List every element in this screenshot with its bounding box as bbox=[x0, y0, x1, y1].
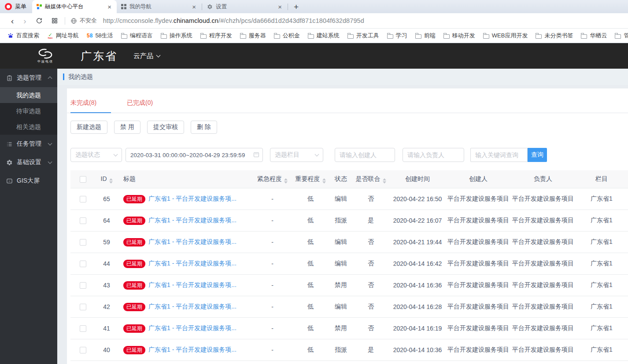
sidebar-subitem[interactable]: 我的选题 bbox=[0, 87, 57, 103]
row-checkbox[interactable] bbox=[80, 325, 86, 332]
topic-title-link[interactable]: 广东省1 - 平台开发建设服务项... bbox=[148, 303, 236, 311]
tab-finished[interactable]: 已完成(0) bbox=[127, 99, 167, 113]
bookmark-label: 开发工具 bbox=[356, 32, 379, 40]
row-checkbox[interactable] bbox=[80, 261, 86, 267]
overdue-badge: 已延期 bbox=[123, 346, 145, 354]
new-tab-button[interactable]: + bbox=[288, 3, 304, 11]
creator-input[interactable] bbox=[335, 148, 395, 162]
tab-unfinished[interactable]: 未完成(8) bbox=[70, 99, 111, 113]
tab-close-icon[interactable]: × bbox=[191, 3, 197, 11]
bookmark-item[interactable]: 编程语言 bbox=[117, 30, 157, 41]
category-select[interactable]: 选题栏目 bbox=[270, 148, 323, 162]
bookmark-item[interactable]: 公积金 bbox=[270, 30, 304, 41]
sidebar-group[interactable]: 选题管理 bbox=[0, 69, 57, 87]
back-icon[interactable]: ‹ bbox=[6, 17, 18, 25]
reload-icon[interactable] bbox=[31, 17, 47, 24]
row-id: 64 bbox=[95, 210, 118, 232]
sidebar-group-label: 基础设置 bbox=[17, 158, 41, 166]
sort-icon[interactable] bbox=[109, 178, 113, 184]
topic-title-link[interactable]: 广东省1 - 平台开发建设服务项... bbox=[148, 260, 236, 268]
bookmark-item[interactable]: 程序开发 bbox=[196, 30, 236, 41]
browser-tab[interactable]: 设置× bbox=[203, 0, 287, 13]
bookmark-item[interactable]: ✓hao网址导航 bbox=[43, 30, 83, 41]
toolbar-button[interactable]: 新建选题 bbox=[70, 121, 107, 134]
overdue-badge: 已延期 bbox=[123, 195, 145, 203]
topic-title-link[interactable]: 广东省1 - 平台开发建设服务项... bbox=[148, 346, 236, 354]
topic-title-link[interactable]: 广东省1 - 平台开发建设服务项... bbox=[148, 217, 236, 224]
row-checkbox-cell bbox=[70, 232, 95, 253]
toolbar-button[interactable]: 删 除 bbox=[191, 121, 217, 134]
bookmark-item[interactable]: 管理和监控 bbox=[611, 30, 628, 41]
row-checkbox[interactable] bbox=[80, 196, 86, 202]
row-status: 编辑 bbox=[329, 253, 352, 275]
bookmark-item[interactable]: 华栖云 bbox=[577, 30, 611, 41]
sidebar-subitem[interactable]: 相关选题 bbox=[0, 119, 57, 135]
row-id: 42 bbox=[95, 296, 118, 318]
bookmark-item[interactable]: 建站系统 bbox=[304, 30, 344, 41]
tab-close-icon[interactable]: × bbox=[107, 3, 112, 11]
row-created-time: 2020-04-22 16:07 bbox=[389, 210, 446, 232]
bookmark-item[interactable]: 5858生活 bbox=[83, 30, 117, 41]
browser-tab[interactable]: 融媒体中心平台× bbox=[32, 0, 117, 13]
bookmark-item[interactable]: 前端 bbox=[411, 30, 440, 41]
sort-icon[interactable] bbox=[322, 178, 326, 184]
bookmark-label: 未分类书签 bbox=[544, 32, 573, 40]
toolbar-button[interactable]: 提交审核 bbox=[147, 121, 184, 134]
sidebar-subitem[interactable]: 待审选题 bbox=[0, 103, 57, 119]
row-created-time: 2020-04-14 16:42 bbox=[389, 253, 446, 275]
select-all-checkbox[interactable] bbox=[80, 176, 86, 183]
bookmark-item[interactable]: 服务器 bbox=[236, 30, 270, 41]
status-select[interactable]: 选题状态 bbox=[70, 148, 122, 162]
column-header[interactable]: 是否联合 bbox=[352, 170, 389, 188]
keyword-input[interactable] bbox=[470, 148, 528, 162]
row-checkbox[interactable] bbox=[80, 282, 86, 289]
forward-icon[interactable]: › bbox=[18, 17, 31, 25]
folder-icon bbox=[121, 34, 127, 39]
sort-icon[interactable] bbox=[284, 178, 288, 184]
row-owner: 平台开发建设服务项目 bbox=[511, 296, 575, 318]
sidebar-group[interactable]: GIS大屏 bbox=[0, 172, 57, 190]
browser-menu-label: 菜单 bbox=[15, 3, 26, 11]
bookmark-item[interactable]: 未分类书签 bbox=[532, 30, 577, 41]
bookmark-item[interactable]: 百度搜索 bbox=[4, 30, 43, 41]
bookmark-label: 百度搜索 bbox=[16, 32, 39, 40]
row-creator: 平台开发建设服务项目 bbox=[446, 210, 511, 232]
toolbar-button[interactable]: 禁 用 bbox=[114, 121, 140, 134]
topic-title-link[interactable]: 广东省1 - 平台开发建设服务项... bbox=[148, 195, 236, 203]
column-header[interactable]: ID bbox=[95, 170, 118, 188]
owner-input[interactable] bbox=[403, 148, 464, 162]
bookmark-item[interactable]: WEB应用开发 bbox=[479, 30, 532, 41]
topic-title-link[interactable]: 广东省1 - 平台开发建设服务项... bbox=[148, 324, 236, 332]
row-joint: 否 bbox=[352, 296, 389, 318]
sidebar-group[interactable]: 任务管理 bbox=[0, 135, 57, 153]
sort-icon[interactable] bbox=[383, 178, 386, 184]
speed-dial-icon[interactable] bbox=[47, 18, 62, 24]
bookmark-item[interactable]: 操作系统 bbox=[157, 30, 196, 41]
row-checkbox[interactable] bbox=[80, 217, 86, 224]
topic-title-link[interactable]: 广东省1 - 平台开发建设服务项... bbox=[148, 281, 236, 289]
overdue-badge: 已延期 bbox=[123, 217, 145, 225]
browser-menu-button[interactable]: 菜单 bbox=[0, 0, 32, 13]
row-checkbox[interactable] bbox=[80, 304, 86, 310]
row-importance: 低 bbox=[292, 210, 329, 232]
row-checkbox[interactable] bbox=[80, 239, 86, 246]
row-urgency: - bbox=[253, 296, 292, 318]
sidebar-group[interactable]: 基础设置 bbox=[0, 153, 57, 172]
date-range-wrapper bbox=[126, 148, 263, 162]
column-header[interactable]: 重要程度 bbox=[292, 170, 329, 188]
row-checkbox[interactable] bbox=[80, 347, 86, 353]
row-title-cell: 已延期广东省1 - 平台开发建设服务项... bbox=[118, 275, 253, 296]
search-button[interactable]: 查询 bbox=[528, 148, 547, 162]
url-field[interactable]: http://cmcconsole.flydev.chinamcloud.cn/… bbox=[103, 17, 364, 24]
tab-close-icon[interactable]: × bbox=[277, 3, 283, 11]
bookmark-item[interactable]: 学习 bbox=[383, 30, 411, 41]
browser-tab[interactable]: 我的导航× bbox=[117, 0, 201, 13]
row-status: 指派 bbox=[329, 339, 352, 361]
bookmark-item[interactable]: 开发工具 bbox=[344, 30, 383, 41]
product-menu[interactable]: 云产品 bbox=[133, 52, 160, 60]
bookmark-item[interactable]: 移动开发 bbox=[440, 30, 479, 41]
site-security-badge[interactable]: 不安全 bbox=[70, 17, 97, 25]
date-range-input[interactable] bbox=[126, 148, 263, 162]
column-header[interactable]: 紧急程度 bbox=[253, 170, 292, 188]
topic-title-link[interactable]: 广东省1 - 平台开发建设服务项... bbox=[148, 238, 236, 246]
